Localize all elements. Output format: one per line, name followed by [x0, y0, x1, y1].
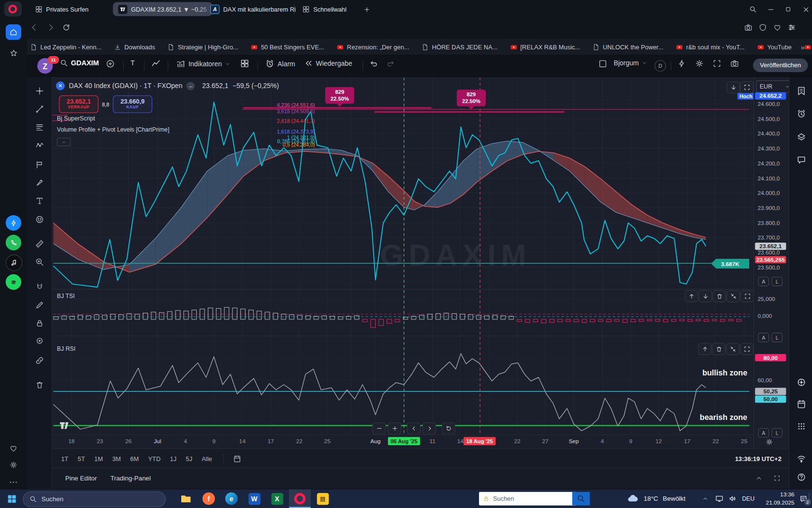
taskbar-search[interactable]: Suchen: [23, 492, 166, 507]
compare-button[interactable]: [106, 59, 115, 68]
bookmark-item[interactable]: Downloads: [114, 43, 155, 50]
taskbar-app-firefox[interactable]: f: [198, 489, 219, 508]
tool-pencil-button[interactable]: [33, 299, 46, 311]
auto-scale-button[interactable]: A: [758, 333, 769, 342]
tool-lock-button[interactable]: [33, 317, 46, 329]
chart-settings-button[interactable]: [695, 59, 704, 68]
zoom-in-button[interactable]: [388, 422, 402, 434]
snapshot-button[interactable]: [744, 23, 753, 31]
timeframe-5T[interactable]: 5T: [78, 455, 85, 462]
maximize-panel-button[interactable]: [774, 475, 781, 481]
tab-search-button[interactable]: [746, 4, 760, 15]
window-close-button[interactable]: [798, 4, 812, 15]
shield-button[interactable]: [759, 23, 767, 31]
bookmark-item[interactable]: [RELAX R&B Music...: [510, 43, 580, 50]
tool-trendline-button[interactable]: [33, 103, 46, 115]
taskbar-app-word[interactable]: W: [244, 489, 265, 508]
tab-schnellwahl[interactable]: Schnellwahl: [297, 2, 365, 16]
sidebar-messenger-button[interactable]: [6, 215, 21, 231]
timeframe-1J[interactable]: 1J: [170, 455, 176, 462]
delete-pane-button[interactable]: [712, 343, 725, 355]
sidebar-alarm-clock-button[interactable]: [795, 107, 808, 120]
event-flag[interactable]: 82922.50%: [325, 87, 354, 104]
symbol-search-button[interactable]: GDAXIM: [60, 59, 99, 67]
bookmark-item[interactable]: Strategie | High-Gro...: [168, 43, 238, 50]
auto-scale-button[interactable]: A: [758, 277, 769, 286]
tool-eraser-button[interactable]: [33, 334, 46, 347]
publish-button[interactable]: Veröffentlichen: [753, 59, 808, 72]
bookmark-item[interactable]: UNLOCK the Power...: [593, 43, 663, 50]
buy-button[interactable]: 23.660,9 KAUF: [113, 95, 152, 113]
sidebar-whatsapp-button[interactable]: [6, 235, 21, 250]
timeframe-1T[interactable]: 1T: [61, 455, 68, 462]
bookmark-item[interactable]: Led Zeppelin - Kenn...: [30, 43, 102, 50]
price-scale[interactable]: EUR 24.600,024.500,024.400,024.300,024.2…: [754, 77, 789, 448]
go-to-date-button[interactable]: [223, 453, 242, 463]
tool-brush-button[interactable]: [33, 176, 46, 189]
interval-button[interactable]: T: [130, 59, 135, 67]
keyboard-language[interactable]: DEU: [740, 489, 756, 508]
legend-close-button[interactable]: ✕: [56, 81, 65, 90]
maximize-pane-button[interactable]: [740, 343, 754, 355]
page-search-field[interactable]: Suchen: [479, 492, 576, 506]
window-maximize-button[interactable]: [781, 4, 796, 15]
delete-pane-button[interactable]: [712, 290, 726, 302]
replay-button[interactable]: Wiedergabe: [304, 59, 352, 67]
tab-trading-panel[interactable]: Trading-Panel: [110, 475, 151, 482]
volume-tray-icon[interactable]: [727, 489, 739, 508]
action-center-button[interactable]: 2: [797, 489, 810, 508]
tool-ruler-button[interactable]: [33, 238, 46, 250]
tray-expand-button[interactable]: [700, 489, 710, 508]
indicator-templates-button[interactable]: [240, 59, 249, 68]
indicator-label-volume-profile[interactable]: Volume Profile + Pivot Levels [ChartPrim…: [57, 126, 169, 133]
move-up-button[interactable]: [698, 343, 711, 355]
timeframe-YTD[interactable]: YTD: [148, 455, 160, 462]
sidebar-home-button[interactable]: [6, 24, 21, 40]
taskbar-app-edge[interactable]: e: [220, 489, 242, 508]
maximize-pane-button[interactable]: [740, 81, 754, 93]
show-desktop-divider[interactable]: [809, 493, 810, 505]
tab-pine-editor[interactable]: Pine Editor: [65, 475, 97, 482]
sidebar-target-button[interactable]: [795, 375, 808, 389]
log-scale-button[interactable]: L: [771, 277, 783, 286]
taskbar-weather[interactable]: 18°C Bewölkt: [626, 489, 685, 508]
currency-dropdown[interactable]: EUR: [756, 80, 793, 93]
tool-crosshair-button[interactable]: [33, 85, 46, 97]
log-scale-button[interactable]: L: [771, 333, 783, 342]
fullscreen-button[interactable]: [712, 59, 721, 68]
opera-menu-button[interactable]: [4, 1, 22, 16]
sidebar-more-button[interactable]: ⋯: [6, 474, 21, 489]
bookmark-item[interactable]: 50 Best Singers EVE...: [251, 43, 324, 50]
collapse-pane-button[interactable]: [726, 81, 740, 93]
auto-scale-button[interactable]: A: [758, 428, 769, 437]
network-tray-icon[interactable]: [713, 489, 725, 508]
sidebar-layers-button[interactable]: [795, 130, 808, 144]
legend-collapse-button[interactable]: [57, 138, 71, 146]
bookmark-item[interactable]: r&b mix 90's and 20...: [804, 43, 812, 50]
layout-name-button[interactable]: Bjorgum: [614, 59, 648, 67]
sidebar-tiktok-button[interactable]: [6, 254, 22, 271]
tool-magnet-button[interactable]: [33, 281, 46, 293]
sidebar-settings-button[interactable]: [6, 457, 21, 473]
clock-label[interactable]: 13:36:19 UTC+2: [735, 455, 782, 462]
bookmark-item[interactable]: YouTube: [757, 43, 792, 50]
bookmark-item[interactable]: Rezension: „Der gen...: [336, 43, 409, 50]
reset-chart-button[interactable]: [442, 422, 455, 434]
sidebar-wifi-button[interactable]: [795, 451, 808, 465]
event-flag[interactable]: 82922.50%: [457, 90, 486, 106]
tool-zoom-button[interactable]: [33, 255, 46, 268]
scroll-right-button[interactable]: [422, 422, 436, 434]
interval-badge[interactable]: D: [654, 60, 666, 72]
bookmark-item[interactable]: HÖRE DAS JEDE NA...: [421, 43, 497, 50]
favorites-button[interactable]: [773, 23, 782, 31]
tab-privates-surfen[interactable]: Privates Surfen: [30, 2, 119, 16]
pane-label-tsi[interactable]: BJ TSI: [57, 293, 75, 299]
reload-button[interactable]: [62, 23, 71, 31]
collapse-pane-button[interactable]: [726, 343, 740, 355]
time-axis[interactable]: 182326Jul4914172225Aug06 Aug '25111418 A…: [52, 434, 754, 449]
timeframe-Alle[interactable]: Alle: [202, 455, 212, 462]
forward-button[interactable]: [46, 23, 55, 31]
chart-type-button[interactable]: [151, 59, 160, 68]
maximize-pane-button[interactable]: [740, 290, 754, 302]
tab-gdaxim[interactable]: GDAXIM 23.652,1 ▼ −0.25: [113, 2, 213, 16]
